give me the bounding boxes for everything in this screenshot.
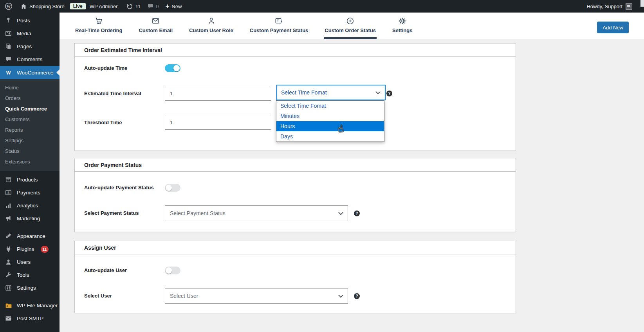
submenu-item-status[interactable]: Status [0, 146, 60, 156]
dropdown-option-days[interactable]: Days [276, 131, 384, 142]
wp-adminer-link[interactable]: WP Adminer [90, 0, 118, 13]
sidebar-item-comments[interactable]: Comments [0, 53, 60, 66]
sidebar-item-users[interactable]: Users [0, 256, 60, 269]
estimated-time-interval-input[interactable] [165, 86, 271, 101]
time-format-select[interactable]: Select Time Fomat [276, 85, 386, 100]
toggle-knob [173, 65, 180, 71]
gear-icon [398, 16, 407, 25]
wordpress-menu[interactable]: W [5, 0, 13, 13]
sidebar-item-post-smtp[interactable]: Post SMTP [0, 312, 60, 325]
svg-text:$: $ [7, 191, 9, 195]
auto-update-user-label: Auto-update User [84, 266, 127, 275]
wrench-icon [4, 272, 13, 278]
section-title: Assign User [75, 241, 516, 254]
tab-custom-user-role[interactable]: Custom User Role [188, 13, 234, 39]
woocommerce-icon: W [4, 69, 13, 76]
comment-bubble-icon [147, 3, 153, 9]
time-format-dropdown-list: Select Time Fomat Minutes Hours Days [276, 100, 384, 142]
submenu-item-reports[interactable]: Reports [0, 125, 60, 135]
submenu-item-extensions[interactable]: Extensions [0, 156, 60, 167]
tab-custom-email[interactable]: Custom Email [138, 13, 173, 39]
svg-text:W: W [6, 70, 11, 75]
comments-link[interactable]: 0 [147, 0, 159, 13]
tab-label: Custom Order Status [325, 27, 376, 33]
svg-text:W: W [7, 4, 11, 9]
wp-adminer-label: WP Adminer [90, 4, 118, 9]
sidebar-item-products[interactable]: Products [0, 173, 60, 186]
sidebar-item-plugins[interactable]: Plugins 11 [0, 243, 60, 256]
section-assign-user: Assign User Auto-update User Select User… [74, 241, 516, 313]
new-content-link[interactable]: + New [165, 0, 182, 13]
comments-count: 0 [156, 4, 159, 9]
payment-status-select[interactable]: Select Payment Status [165, 205, 348, 221]
sidebar-item-analytics[interactable]: Analytics [0, 199, 60, 212]
sidebar-item-appearance[interactable]: Appearance [0, 230, 60, 243]
sidebar-item-tools[interactable]: Tools [0, 269, 60, 281]
tab-label: Custom Email [139, 27, 173, 33]
section-title: Order Estimated Time Interval [75, 44, 516, 57]
sidebar-item-media[interactable]: Media [0, 27, 60, 40]
chevron-down-icon [338, 293, 343, 298]
dropdown-option-hours[interactable]: Hours [276, 121, 384, 131]
auto-update-payment-status-label: Auto-update Payment Status [84, 183, 154, 192]
user-role-icon [207, 16, 216, 25]
sliders-icon [4, 285, 13, 291]
tab-label: Custom User Role [189, 27, 233, 33]
sidebar-item-posts[interactable]: Posts [0, 14, 60, 27]
select-payment-status-label: Select Payment Status [84, 209, 139, 218]
avatar[interactable] [626, 3, 632, 10]
sidebar-item-wp-file-manager[interactable]: WP File Manager [0, 299, 60, 312]
dropdown-option-minutes[interactable]: Minutes [276, 111, 384, 121]
submenu-item-customers[interactable]: Customers [0, 114, 60, 125]
plugin-tab-bar: Real-Time Ordering Custom Email Custom U… [60, 13, 644, 39]
toggle-knob [166, 185, 172, 191]
tab-label: Real-Time Ordering [75, 27, 122, 33]
folder-icon [4, 302, 13, 309]
site-name: Shopping Store [29, 4, 65, 9]
sidebar-item-pages[interactable]: Pages [0, 40, 60, 53]
user-select-value: Select User [170, 293, 198, 299]
help-icon[interactable]: ? [386, 91, 392, 96]
auto-update-payment-status-toggle[interactable] [165, 184, 180, 192]
auto-update-user-toggle[interactable] [165, 267, 180, 274]
howdy-account-link[interactable]: Howdy, Support [586, 0, 622, 13]
tab-label: Custom Payment Status [250, 27, 308, 33]
submenu-item-quick-commerce[interactable]: Quick Commerce [0, 103, 60, 114]
comment-icon [4, 56, 13, 63]
screen: W Shopping Store Live WP Adminer 11 0 + [0, 0, 644, 332]
site-name-link[interactable]: Shopping Store [20, 0, 65, 13]
tab-settings[interactable]: Settings [391, 13, 413, 39]
tab-custom-payment-status[interactable]: Custom Payment Status [249, 13, 309, 39]
help-icon[interactable]: ? [354, 293, 360, 299]
help-icon[interactable]: ? [354, 210, 360, 216]
threshold-time-input[interactable] [165, 115, 271, 130]
scrollbar-thumb[interactable] [640, 0, 644, 7]
submenu-item-home[interactable]: Home [0, 82, 60, 93]
sidebar-item-label: Posts [17, 18, 30, 24]
sidebar-item-woocommerce[interactable]: W WooCommerce [0, 66, 60, 79]
main-content: Real-Time Ordering Custom Email Custom U… [60, 13, 644, 332]
sidebar-item-label: Tools [17, 272, 29, 278]
add-new-button[interactable]: Add New [597, 22, 629, 33]
sidebar-item-payments[interactable]: $ Payments [0, 186, 60, 199]
user-select[interactable]: Select User [165, 288, 348, 304]
sidebar-item-settings[interactable]: Settings [0, 281, 60, 294]
user-icon [4, 259, 13, 265]
pin-icon [4, 17, 13, 24]
sidebar-item-marketing[interactable]: Marketing [0, 212, 60, 225]
envelope-icon [4, 315, 13, 322]
plus-circle-icon [346, 16, 355, 25]
tab-custom-order-status[interactable]: Custom Order Status [324, 13, 377, 39]
estimated-time-interval-label: Estimated Time Interval [84, 89, 141, 98]
box-icon [4, 176, 13, 183]
submenu-item-settings[interactable]: Settings [0, 135, 60, 146]
dropdown-option-select-time-fomat[interactable]: Select Time Fomat [276, 101, 384, 111]
submenu-item-orders[interactable]: Orders [0, 93, 60, 103]
auto-update-time-toggle[interactable] [165, 64, 180, 72]
tab-real-time-ordering[interactable]: Real-Time Ordering [74, 13, 123, 39]
current-menu-arrow [56, 69, 60, 76]
chevron-down-icon [338, 210, 343, 215]
threshold-time-label: Threshold Time [84, 118, 122, 127]
sidebar-item-label: WooCommerce [17, 70, 54, 76]
updates-link[interactable]: 11 [126, 0, 141, 13]
